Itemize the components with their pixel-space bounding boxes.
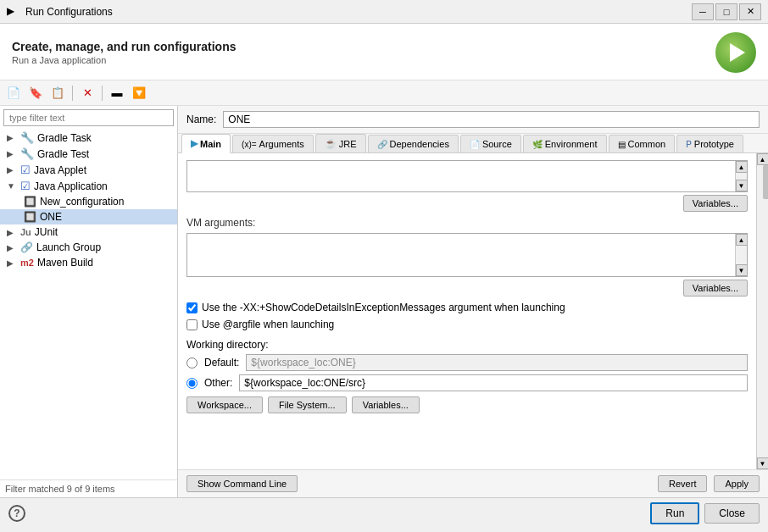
content-scroll-down[interactable]: ▼ <box>757 457 769 469</box>
filter-input[interactable] <box>3 109 174 126</box>
window-icon: ▶ <box>7 5 20 19</box>
tab-prototype[interactable]: P Prototype <box>676 135 743 152</box>
expander-maven[interactable]: ▶ <box>7 258 17 268</box>
show-command-line-btn[interactable]: Show Command Line <box>186 475 298 492</box>
tab-dependencies[interactable]: 🔗 Dependencies <box>368 135 459 152</box>
new-config-tree-icon: 🔲 <box>24 196 36 208</box>
deps-tab-icon: 🔗 <box>377 140 387 149</box>
program-args-variables-btn[interactable]: Variables... <box>683 195 748 212</box>
expander-gradle-task[interactable]: ▶ <box>7 133 17 142</box>
name-input[interactable] <box>223 111 760 128</box>
sidebar-item-new-configuration[interactable]: 🔲 New_configuration <box>0 194 177 209</box>
vm-scroll-down[interactable]: ▼ <box>736 264 748 276</box>
vm-args-box: ▲ ▼ <box>186 233 748 277</box>
sidebar-item-label-6: ONE <box>40 211 62 223</box>
new-proto-btn[interactable]: 🔖 <box>25 84 46 103</box>
sidebar-item-gradle-task[interactable]: ▶ 🔧 Gradle Task <box>0 130 177 146</box>
revert-btn[interactable]: Revert <box>658 475 707 492</box>
args-tab-label: Arguments <box>259 139 304 149</box>
dialog-header: Create, manage, and run configurations R… <box>0 24 768 80</box>
sidebar-item-java-applet[interactable]: ▶ ☑ Java Applet <box>0 162 177 178</box>
sidebar-item-label-4: Java Application <box>34 180 108 192</box>
duplicate-btn[interactable]: 📋 <box>47 84 68 103</box>
expander-java-applet[interactable]: ▶ <box>7 165 17 175</box>
toolbar: 📄 🔖 📋 ✕ ▬ 🔽 <box>0 80 768 106</box>
working-dir-btn-row: Workspace... File System... Variables... <box>186 396 748 413</box>
help-btn[interactable]: ? <box>8 505 25 522</box>
new-config-btn[interactable]: 📄 <box>3 84 24 103</box>
collapse-icon: ▬ <box>112 86 123 99</box>
sidebar-footer: Filter matched 9 of 9 items <box>0 479 177 497</box>
toolbar-sep-2 <box>102 86 103 101</box>
other-dir-input[interactable] <box>239 374 748 391</box>
tab-main[interactable]: ▶ Main <box>181 134 231 153</box>
sidebar-item-java-application[interactable]: ▼ ☑ Java Application <box>0 178 177 194</box>
maximize-btn[interactable]: □ <box>715 3 737 20</box>
jre-tab-icon: ☕ <box>325 138 337 149</box>
tab-common[interactable]: ▤ Common <box>609 135 676 152</box>
sidebar-item-launch-group[interactable]: ▶ 🔗 Launch Group <box>0 240 177 255</box>
scroll-up-arrow[interactable]: ▲ <box>736 161 748 173</box>
junit-icon: Ju <box>20 227 31 237</box>
content-panel: ▲ ▼ Variables... VM arguments: ▲ <box>178 153 768 469</box>
filter-btn[interactable]: 🔽 <box>129 84 149 103</box>
filesystem-btn[interactable]: File System... <box>268 396 347 413</box>
sidebar-item-label-2: Gradle Test <box>37 148 89 160</box>
expander-junit[interactable]: ▶ <box>7 228 17 237</box>
main-tab-label: Main <box>200 139 221 149</box>
proto-tab-label: Prototype <box>694 139 734 149</box>
close-window-btn[interactable]: ✕ <box>739 3 761 20</box>
working-dir-variables-btn[interactable]: Variables... <box>352 396 420 413</box>
delete-btn[interactable]: ✕ <box>77 84 97 103</box>
workspace-btn[interactable]: Workspace... <box>186 396 263 413</box>
program-args-scrollbar: ▲ ▼ <box>735 161 747 191</box>
vm-scroll-up[interactable]: ▲ <box>736 234 748 246</box>
sidebar-item-label-7: JUnit <box>35 226 58 238</box>
expander-launch-group[interactable]: ▶ <box>7 243 17 252</box>
content-scroll-up[interactable]: ▲ <box>757 153 769 165</box>
program-args-input[interactable] <box>187 161 735 191</box>
tab-environment[interactable]: 🌿 Environment <box>523 135 607 152</box>
expander-gradle-test[interactable]: ▶ <box>7 149 17 158</box>
common-tab-icon: ▤ <box>618 140 626 149</box>
duplicate-icon: 📋 <box>51 86 64 99</box>
scroll-thumb[interactable] <box>763 165 769 199</box>
tab-source[interactable]: 📄 Source <box>460 135 521 152</box>
default-radio-row: Default: <box>186 354 748 371</box>
minimize-btn[interactable]: ─ <box>692 3 714 20</box>
gradle-test-icon: 🔧 <box>20 147 34 160</box>
footer-left: ? <box>8 505 645 522</box>
new-config-icon: 📄 <box>7 86 20 99</box>
vm-args-input[interactable] <box>187 234 735 276</box>
proto-tab-icon: P <box>686 140 692 149</box>
scroll-down-arrow[interactable]: ▼ <box>736 180 748 191</box>
run-icon-large <box>715 32 756 73</box>
sidebar-item-label-9: Maven Build <box>37 257 93 269</box>
run-btn[interactable]: Run <box>650 502 699 524</box>
checkbox2-input[interactable] <box>186 319 198 330</box>
sidebar-item-gradle-test[interactable]: ▶ 🔧 Gradle Test <box>0 146 177 162</box>
sidebar-item-maven-build[interactable]: ▶ m2 Maven Build <box>0 255 177 270</box>
close-btn[interactable]: Close <box>704 503 760 524</box>
name-label: Name: <box>186 114 216 125</box>
other-radio[interactable] <box>186 378 198 389</box>
collapse-btn[interactable]: ▬ <box>107 84 127 103</box>
default-radio[interactable] <box>186 357 198 369</box>
delete-icon: ✕ <box>83 86 92 99</box>
sidebar-item-junit[interactable]: ▶ Ju JUnit <box>0 224 177 240</box>
content-scrollbar: ▲ ▼ <box>756 153 768 469</box>
checkbox2-row: Use @argfile when launching <box>186 319 748 330</box>
expander-java-app[interactable]: ▼ <box>7 181 17 191</box>
vm-args-variables-btn[interactable]: Variables... <box>683 280 748 296</box>
default-dir-input <box>246 354 748 371</box>
tab-jre[interactable]: ☕ JRE <box>315 134 366 152</box>
working-dir-label: Working directory: <box>186 339 748 351</box>
tab-arguments[interactable]: (x)= Arguments <box>232 135 314 152</box>
window-controls: ─ □ ✕ <box>692 3 761 20</box>
checkbox1-input[interactable] <box>186 302 198 313</box>
content-area: Name: ▶ Main (x)= Arguments ☕ JRE 🔗 Depe… <box>178 106 768 497</box>
filter-icon: 🔽 <box>132 86 146 99</box>
source-tab-label: Source <box>482 139 512 149</box>
apply-btn[interactable]: Apply <box>714 475 760 492</box>
sidebar-item-one[interactable]: 🔲 ONE <box>0 209 177 224</box>
